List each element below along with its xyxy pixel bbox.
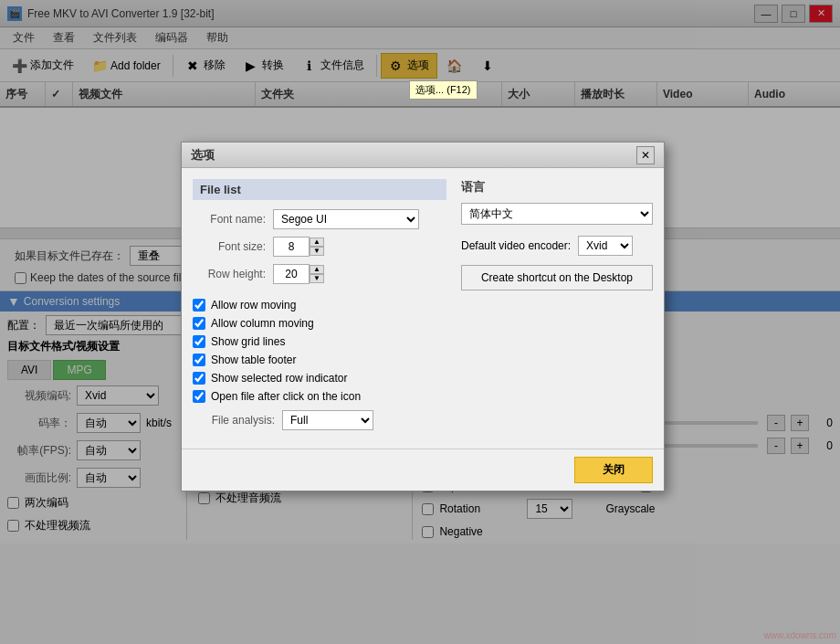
font-size-down[interactable]: ▼ [310, 247, 324, 256]
checkbox-row-0: Allow row moving [193, 299, 446, 311]
spacer [193, 291, 446, 299]
dialog-close-button[interactable]: ✕ [636, 146, 655, 164]
checkbox-row-5: Open file after click on the icon [193, 390, 446, 403]
dialog-left-panel: File list Font name: Segoe UI Font size:… [193, 179, 446, 438]
font-size-spinner: ▲ ▼ [310, 238, 324, 256]
checkbox-5[interactable] [193, 390, 205, 403]
checkbox-row-1: Allow column moving [193, 317, 446, 330]
file-analysis-label: File analysis: [193, 414, 275, 427]
dialog-right-panel: 语言 简体中文 English Default video encoder: X… [461, 179, 653, 438]
font-name-row: Font name: Segoe UI [193, 209, 446, 229]
checkbox-3[interactable] [193, 354, 205, 366]
checkbox-1[interactable] [193, 317, 205, 330]
file-analysis-row: File analysis: Full Quick None [193, 410, 446, 430]
dialog-close-action-button[interactable]: 关闭 [574, 457, 653, 483]
options-dialog: 选项 ✕ File list Font name: Segoe UI Font … [181, 142, 665, 491]
row-height-down[interactable]: ▼ [310, 274, 324, 283]
dialog-content: File list Font name: Segoe UI Font size:… [182, 168, 664, 449]
encoder-row: Default video encoder: Xvid H.264 H.265 [461, 236, 653, 256]
lang-select[interactable]: 简体中文 English [461, 203, 653, 225]
row-height-up[interactable]: ▲ [310, 265, 324, 274]
checkbox-label-3: Show table footer [211, 354, 296, 366]
checkbox-label-0: Allow row moving [211, 299, 296, 311]
font-size-row: Font size: ▲ ▼ [193, 237, 446, 257]
file-analysis-select[interactable]: Full Quick None [282, 410, 373, 430]
checkbox-row-3: Show table footer [193, 354, 446, 366]
checkbox-row-2: Show grid lines [193, 335, 446, 348]
font-size-up[interactable]: ▲ [310, 238, 324, 247]
checkbox-label-1: Allow column moving [211, 317, 314, 330]
font-name-select[interactable]: Segoe UI [273, 209, 419, 229]
checkbox-4[interactable] [193, 372, 205, 385]
checkbox-row-4: Show selected row indicator [193, 372, 446, 385]
dialog-title: 选项 [191, 147, 636, 164]
font-size-input[interactable] [273, 237, 310, 257]
options-tooltip: 选项... (F12) [409, 80, 478, 100]
row-height-wrap: ▲ ▼ [273, 264, 324, 284]
row-height-row: Row height: ▲ ▼ [193, 264, 446, 284]
row-height-spinner: ▲ ▼ [310, 265, 324, 283]
file-list-panel-header: File list [193, 179, 446, 200]
font-size-wrap: ▲ ▼ [273, 237, 324, 257]
row-height-input[interactable] [273, 264, 310, 284]
encoder-select[interactable]: Xvid H.264 H.265 [578, 236, 633, 256]
checkbox-label-4: Show selected row indicator [211, 372, 347, 385]
dialog-footer: 关闭 [182, 449, 664, 491]
encoder-label: Default video encoder: [461, 239, 571, 252]
create-shortcut-button[interactable]: Create shortcut on the Desktop [461, 265, 653, 290]
dialog-title-bar: 选项 ✕ [182, 143, 664, 168]
checkbox-0[interactable] [193, 299, 205, 311]
checkbox-label-2: Show grid lines [211, 335, 285, 348]
checkbox-2[interactable] [193, 335, 205, 348]
lang-section-label: 语言 [461, 179, 653, 195]
row-height-label: Row height: [193, 268, 266, 280]
checkboxes-container: Allow row movingAllow column movingShow … [193, 299, 446, 403]
watermark: www.xdowns.com [764, 630, 836, 640]
checkbox-label-5: Open file after click on the icon [211, 390, 361, 403]
font-name-label: Font name: [193, 213, 266, 226]
font-size-label: Font size: [193, 240, 266, 253]
